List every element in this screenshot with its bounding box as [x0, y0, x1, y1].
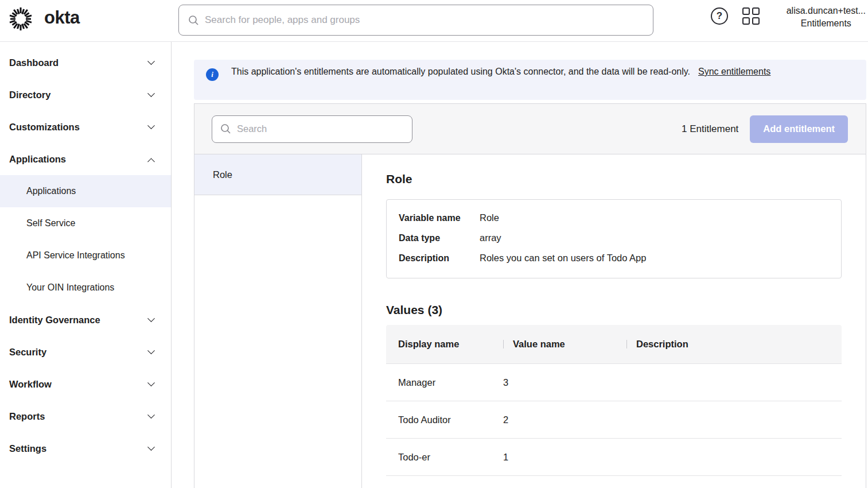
table-row: Manager 3 [386, 364, 842, 401]
field-label: Data type [399, 232, 480, 244]
chevron-down-icon [147, 379, 155, 386]
chevron-down-icon [147, 347, 155, 354]
info-banner: i This application's entitlements are au… [194, 60, 866, 100]
okta-logo[interactable]: okta [8, 6, 80, 32]
sidebar-subitem-self-service[interactable]: Self Service [0, 207, 171, 239]
field-label: Description [399, 252, 480, 264]
field-data-type: Data type array [399, 232, 829, 244]
entitlement-list-item-label: Role [213, 169, 232, 180]
banner-message: This application's entitlements are auto… [231, 67, 690, 76]
grid-square-icon [742, 17, 750, 25]
entitlements-list: Role [194, 154, 362, 488]
sidebar-subitem-label: API Service Integrations [26, 250, 125, 261]
chevron-down-icon [147, 57, 155, 65]
apps-grid-button[interactable] [742, 7, 760, 25]
entitlement-list-item-role[interactable]: Role [194, 154, 361, 195]
sidebar-item-label: Security [9, 347, 149, 358]
entitlements-search-input[interactable] [237, 123, 404, 134]
sidebar-item-label: Applications [9, 154, 149, 165]
chevron-down-icon [147, 443, 155, 451]
search-icon [188, 15, 199, 26]
entitlement-count: 1 Entitlement [682, 123, 738, 135]
cell-display-name: Todo Auditor [398, 415, 503, 425]
field-description: Description Roles you can set on users o… [399, 252, 829, 264]
entitlements-panel: 1 Entitlement Add entitlement Role Role … [194, 103, 866, 488]
sidebar-subitem-api-service-integrations[interactable]: API Service Integrations [0, 239, 171, 272]
info-icon-glyph: i [211, 70, 213, 79]
values-table: Display name Value name Description Mana… [386, 325, 842, 476]
sidebar-item-dashboard[interactable]: Dashboard [0, 47, 171, 79]
okta-wordmark: okta [44, 7, 80, 30]
sidebar-item-applications[interactable]: Applications [0, 143, 171, 175]
values-table-header: Display name Value name Description [386, 325, 842, 364]
field-value: array [480, 232, 501, 244]
chevron-down-icon [147, 315, 155, 322]
global-search-input[interactable] [205, 14, 644, 26]
sidebar-subitem-your-oin-integrations[interactable]: Your OIN Integrations [0, 272, 171, 304]
table-row: Todo Auditor 2 [386, 401, 842, 439]
cell-value-name: 2 [503, 415, 626, 425]
sidebar-item-label: Directory [9, 90, 149, 100]
entitlements-search[interactable] [212, 115, 412, 143]
search-icon [220, 123, 231, 134]
sidebar-item-settings[interactable]: Settings [0, 432, 171, 464]
account-org: Entitlements [787, 17, 866, 30]
sidebar-item-label: Workflow [9, 379, 149, 390]
chevron-down-icon [147, 122, 155, 129]
sync-entitlements-link[interactable]: Sync entitlements [698, 67, 770, 76]
add-entitlement-button[interactable]: Add entitlement [750, 115, 848, 143]
sidebar-item-reports[interactable]: Reports [0, 400, 171, 432]
entitlement-detail: Role Variable name Role Data type array … [362, 154, 866, 488]
sidebar-item-security[interactable]: Security [0, 336, 171, 368]
sidebar-item-label: Dashboard [9, 57, 149, 68]
sidebar-subitem-applications[interactable]: Applications [0, 175, 171, 207]
account-email: alisa.duncan+test... [787, 5, 866, 17]
sidebar-subitem-label: Applications [26, 186, 76, 196]
cell-value-name: 1 [503, 452, 626, 463]
cell-display-name: Todo-er [398, 452, 503, 463]
field-value: Role [480, 212, 499, 224]
column-header-description: Description [626, 339, 830, 350]
column-header-value-name: Value name [503, 339, 626, 350]
top-bar: okta ? alisa.duncan+test... Entitlements [0, 0, 868, 42]
field-value: Roles you can set on users of Todo App [480, 252, 646, 264]
help-button[interactable]: ? [711, 7, 728, 25]
okta-aura-icon [8, 6, 33, 32]
sidebar-item-identity-governance[interactable]: Identity Governance [0, 304, 171, 336]
chevron-down-icon [147, 90, 155, 97]
field-label: Variable name [399, 212, 480, 224]
info-icon: i [206, 68, 219, 81]
detail-card: Variable name Role Data type array Descr… [386, 199, 842, 278]
chevron-up-icon [147, 158, 155, 165]
grid-square-icon [742, 7, 750, 15]
account-menu[interactable]: alisa.duncan+test... Entitlements [787, 5, 866, 30]
sidebar-nav: Dashboard Directory Customizations Appli… [0, 42, 172, 488]
sidebar-subitem-label: Your OIN Integrations [26, 282, 114, 293]
sidebar-item-label: Reports [9, 411, 149, 422]
entitlements-toolbar: 1 Entitlement Add entitlement [194, 104, 866, 154]
global-search[interactable] [178, 5, 653, 36]
field-variable-name: Variable name Role [399, 212, 829, 224]
sidebar-item-workflow[interactable]: Workflow [0, 368, 171, 400]
grid-square-icon [752, 17, 760, 25]
sidebar-item-label: Identity Governance [9, 315, 149, 326]
values-heading: Values (3) [386, 303, 842, 317]
sidebar-item-label: Settings [9, 443, 149, 454]
detail-title: Role [386, 172, 842, 186]
chevron-down-icon [147, 411, 155, 419]
cell-display-name: Manager [398, 377, 503, 388]
grid-square-icon [752, 7, 760, 15]
cell-value-name: 3 [503, 377, 626, 388]
table-row: Todo-er 1 [386, 439, 842, 476]
sidebar-item-label: Customizations [9, 122, 149, 133]
question-mark-icon: ? [717, 10, 722, 22]
column-header-display-name: Display name [398, 339, 503, 350]
sidebar-item-directory[interactable]: Directory [0, 79, 171, 111]
sidebar-subitem-label: Self Service [26, 218, 75, 228]
sidebar-item-customizations[interactable]: Customizations [0, 111, 171, 143]
